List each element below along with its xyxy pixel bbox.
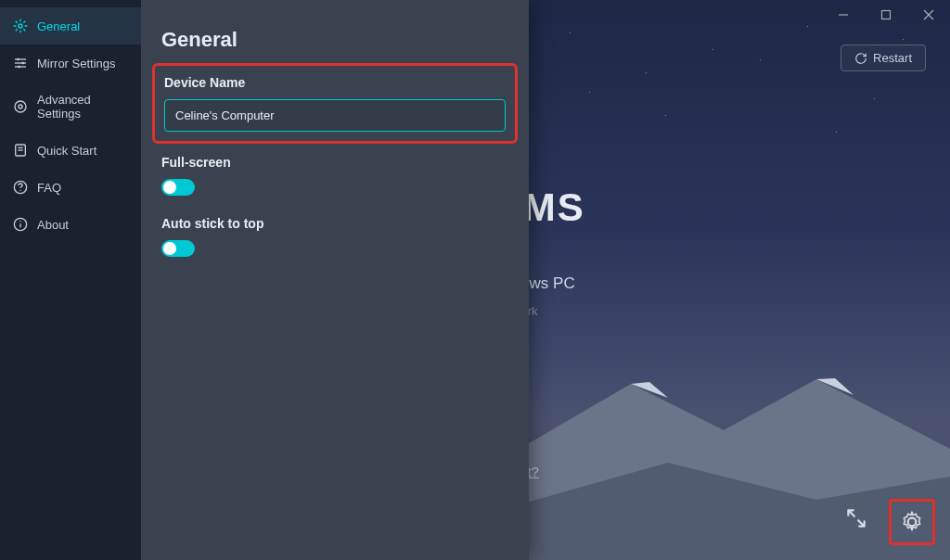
sidebar-label: About [37,218,69,232]
sidebar-item-about[interactable]: About [0,206,141,243]
gear-icon [900,510,924,534]
autostick-label: Auto stick to top [161,216,508,231]
settings-button[interactable] [893,503,931,541]
maximize-button[interactable] [865,0,907,30]
settings-button-highlight [889,499,935,545]
help-icon [13,180,28,195]
svg-point-8 [17,58,19,61]
device-name-input[interactable] [164,99,506,132]
svg-point-10 [18,66,20,69]
sidebar-label: Quick Start [37,144,96,158]
svg-point-17 [19,190,20,191]
svg-point-12 [19,105,22,108]
fullscreen-button[interactable] [837,499,876,538]
settings-panel: General Mirror Settings Advanced Setting… [0,0,529,560]
restart-button[interactable]: Restart [841,45,926,71]
fullscreen-label: Full-screen [161,155,508,170]
sidebar-item-quickstart[interactable]: Quick Start [0,132,141,169]
restart-label: Restart [873,51,912,65]
sidebar-item-mirror[interactable]: Mirror Settings [0,45,141,82]
sliders-icon [13,56,28,70]
settings-title: General [161,28,508,52]
sidebar-item-general[interactable]: General [0,7,141,45]
bottom-toolbar [837,499,935,545]
device-name-label: Device Name [164,75,506,90]
fullscreen-toggle[interactable] [161,179,195,196]
device-name-highlight: Device Name [152,63,518,144]
svg-rect-1 [882,11,891,19]
svg-point-11 [15,101,26,112]
sidebar-item-faq[interactable]: FAQ [0,169,141,206]
info-icon [13,217,28,232]
sidebar-label: Mirror Settings [37,57,116,70]
svg-point-4 [19,24,22,28]
svg-point-9 [21,62,24,65]
book-icon [13,143,28,158]
app-window: Restart V40PNTMS hrome browser/Windows P… [0,0,950,560]
sidebar-label: General [37,19,80,33]
gear-icon [13,19,28,33]
window-controls [822,0,950,30]
svg-point-20 [19,221,20,222]
sidebar-label: FAQ [37,181,61,195]
sidebar-label: Advanced Settings [37,93,128,121]
refresh-icon [854,52,867,65]
tune-icon [13,99,28,114]
settings-sidebar: General Mirror Settings Advanced Setting… [0,0,141,560]
minimize-button[interactable] [822,0,865,30]
sidebar-item-advanced[interactable]: Advanced Settings [0,82,141,132]
autostick-toggle[interactable] [161,240,195,257]
expand-icon [844,506,868,530]
close-button[interactable] [907,0,950,30]
settings-content: General Device Name Full-screen Auto sti… [141,0,529,560]
